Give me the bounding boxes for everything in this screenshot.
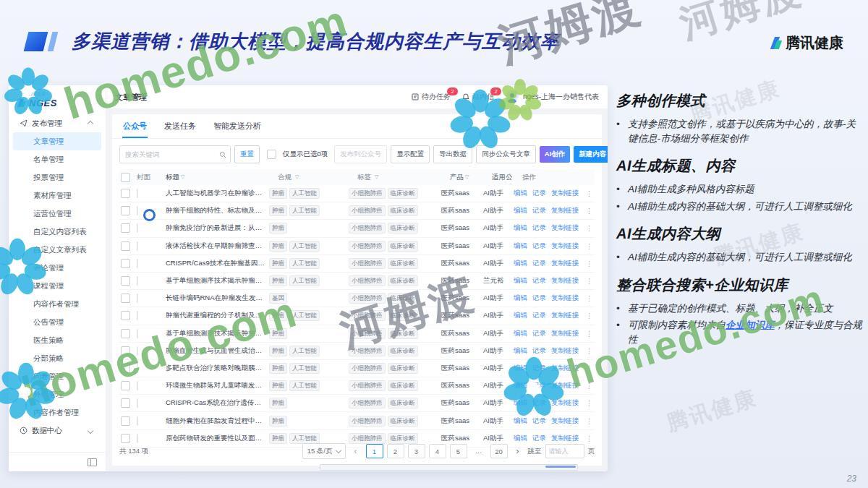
action-link-1[interactable]: 记录 <box>532 311 546 320</box>
article-title[interactable]: 肿瘤血管生成与抗血管生成治疗的... <box>166 346 269 356</box>
row-checkbox[interactable] <box>121 276 130 286</box>
article-title[interactable]: 细胞外囊泡在胚胎发育过程中的信... <box>166 416 269 426</box>
row-checkbox[interactable] <box>121 346 130 356</box>
row-checkbox[interactable] <box>121 206 130 215</box>
page-button-2[interactable]: 2 <box>387 444 404 458</box>
only-selected-checkbox[interactable] <box>267 150 276 159</box>
article-title[interactable]: 长链非编码RNA在肿瘤发生发展中... <box>166 294 269 303</box>
action-link-2[interactable]: 复制链接 <box>551 346 579 356</box>
sidebar-item-15[interactable]: 外链管理 <box>13 385 101 403</box>
action-link-1[interactable]: 记录 <box>532 398 546 408</box>
article-title[interactable]: 多靶点联合治疗策略对晚期胰腺癌... <box>166 364 269 373</box>
page-button-3[interactable]: 3 <box>408 444 425 458</box>
action-link-2[interactable]: 复制链接 <box>551 381 579 390</box>
more-actions-icon[interactable]: ⋮ <box>586 260 595 267</box>
filter-icon[interactable]: ▽ <box>375 174 378 180</box>
tab-1[interactable]: 发送任务 <box>163 114 197 138</box>
article-title[interactable]: CRISPR-Cas系统在治疗遗传性血... <box>166 398 269 408</box>
action-link-0[interactable]: 编辑 <box>514 189 527 198</box>
action-link-0[interactable]: 编辑 <box>514 416 527 426</box>
article-title[interactable]: 人工智能与机器学习在肿瘤诊断和... <box>166 189 269 198</box>
article-title[interactable]: CRISPR/Cas9技术在肿瘤基因编辑... <box>166 259 269 268</box>
action-link-2[interactable]: 复制链接 <box>551 241 579 251</box>
row-checkbox[interactable] <box>121 364 130 373</box>
page-button-4[interactable]: 4 <box>429 444 446 458</box>
sidebar-item-7[interactable]: 自定义文章列表 <box>13 241 101 259</box>
sidebar-item-16[interactable]: 内容作者管理 <box>13 403 101 421</box>
action-link-0[interactable]: 编辑 <box>514 346 527 356</box>
search-input[interactable] <box>124 150 219 159</box>
action-link-2[interactable]: 复制链接 <box>551 364 579 373</box>
article-title[interactable]: 基于单细胞测序技术揭示肿瘤微环... <box>166 276 269 286</box>
sidebar-item-1[interactable]: 文章管理 <box>13 132 101 150</box>
page-button-20[interactable]: 20 <box>490 444 508 458</box>
action-link-1[interactable]: 记录 <box>532 329 546 338</box>
inbox-button[interactable]: 站内信 2 <box>462 92 494 102</box>
select-all-checkbox[interactable] <box>121 173 130 182</box>
sidebar-item-9[interactable]: 课程管理 <box>13 277 101 295</box>
ai-create-button[interactable]: AI创作 <box>540 146 571 163</box>
sidebar-collapse-icon[interactable] <box>88 458 97 466</box>
more-actions-icon[interactable]: ⋮ <box>586 330 595 338</box>
row-checkbox[interactable] <box>121 329 130 338</box>
sidebar-item-14[interactable]: 问卷管理 <box>13 367 101 385</box>
new-content-button[interactable]: 新建内容 <box>574 146 608 163</box>
jump-page-input[interactable] <box>545 444 584 458</box>
publish-button[interactable]: 发布到公众号 <box>334 145 387 163</box>
sidebar-item-6[interactable]: 自定义内容列表 <box>13 223 101 241</box>
more-actions-icon[interactable]: ⋮ <box>586 294 595 302</box>
kb-link[interactable]: 企业知识库 <box>726 320 775 330</box>
action-link-1[interactable]: 记录 <box>532 276 546 286</box>
sidebar-item-0[interactable]: 发布管理 <box>13 114 101 132</box>
more-actions-icon[interactable]: ⋮ <box>586 189 595 197</box>
todo-tasks-button[interactable]: 待办任务 2 <box>412 92 451 102</box>
sidebar-item-5[interactable]: 运营位管理 <box>13 205 101 223</box>
sidebar-item-10[interactable]: 内容作者管理 <box>13 295 101 313</box>
action-link-2[interactable]: 复制链接 <box>551 259 579 268</box>
row-checkbox[interactable] <box>121 311 130 320</box>
action-link-1[interactable]: 记录 <box>532 294 546 303</box>
sidebar-item-8[interactable]: 评论管理 <box>13 259 101 277</box>
more-actions-icon[interactable]: ⋮ <box>586 207 595 215</box>
filter-icon[interactable]: ▽ <box>465 174 469 180</box>
article-title[interactable]: 环境微生物群落对儿童哮喘发病风... <box>166 381 269 390</box>
action-link-1[interactable]: 记录 <box>532 259 546 268</box>
row-checkbox[interactable] <box>121 294 130 303</box>
action-link-2[interactable]: 复制链接 <box>551 276 579 286</box>
sync-articles-button[interactable]: 同步公众号文章 <box>476 145 536 163</box>
more-actions-icon[interactable]: ⋮ <box>586 277 595 285</box>
article-title[interactable]: 基于单细胞测序技术揭示肿瘤微环... <box>166 329 269 338</box>
horizontal-scrollbar[interactable] <box>320 464 578 471</box>
reset-button[interactable]: 重置 <box>234 145 260 163</box>
action-link-2[interactable]: 复制链接 <box>551 398 579 408</box>
action-link-2[interactable]: 复制链接 <box>551 416 579 426</box>
sidebar-item-4[interactable]: 素材库管理 <box>13 187 101 205</box>
sidebar-item-12[interactable]: 医生策略 <box>13 331 101 349</box>
sidebar-item-13[interactable]: 分部策略 <box>13 349 101 367</box>
action-link-0[interactable]: 编辑 <box>514 329 527 338</box>
more-actions-icon[interactable]: ⋮ <box>586 382 595 390</box>
page-size-select[interactable]: 15 条/页 <box>302 443 346 459</box>
article-title[interactable]: 液体活检技术在早期肿瘤筛查与个... <box>166 241 269 251</box>
page-button-5[interactable]: 5 <box>450 444 467 458</box>
action-link-2[interactable]: 复制链接 <box>551 311 579 320</box>
action-link-1[interactable]: 记录 <box>532 364 546 373</box>
action-link-1[interactable]: 记录 <box>532 223 546 233</box>
action-link-0[interactable]: 编辑 <box>514 294 527 303</box>
action-link-1[interactable]: 记录 <box>532 381 546 390</box>
export-button[interactable]: 导出数据 <box>433 145 472 163</box>
row-checkbox[interactable] <box>121 259 130 268</box>
tab-2[interactable]: 智能发送分析 <box>213 114 262 138</box>
row-checkbox[interactable] <box>121 223 130 233</box>
action-link-0[interactable]: 编辑 <box>514 241 527 251</box>
action-link-0[interactable]: 编辑 <box>514 311 527 320</box>
action-link-0[interactable]: 编辑 <box>514 259 527 268</box>
more-actions-icon[interactable]: ⋮ <box>586 224 595 232</box>
filter-icon[interactable]: ▽ <box>181 174 184 180</box>
sidebar-item-11[interactable]: 公告管理 <box>13 313 101 331</box>
page-button-1[interactable]: 1 <box>366 444 383 458</box>
more-actions-icon[interactable]: ⋮ <box>586 312 595 320</box>
sidebar-item-17[interactable]: 数据中心 <box>13 421 101 440</box>
sidebar-item-3[interactable]: 投票管理 <box>13 168 101 187</box>
article-title[interactable]: 肿瘤免疫治疗的最新进展：从免疫... <box>166 223 269 233</box>
